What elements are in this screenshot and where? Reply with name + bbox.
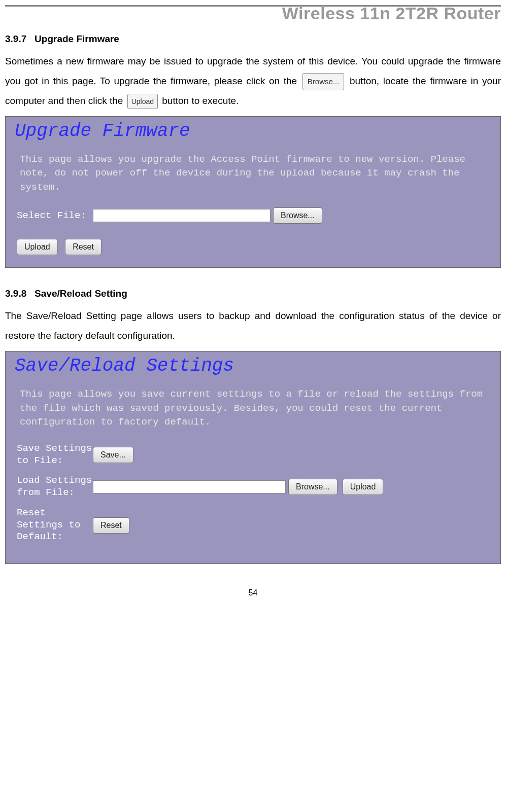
ss2-reset-label: Reset Settings to Default: [17, 507, 93, 543]
ss2-save-label: Save Settings to File: [17, 443, 93, 467]
ss1-select-file-label: Select File: [17, 210, 93, 222]
ss2-file-input[interactable] [93, 480, 286, 493]
ss1-reset-button[interactable]: Reset [65, 239, 102, 255]
ss1-description: This page allows you upgrade the Access … [6, 142, 500, 197]
section-398-paragraph: The Save/Reload Setting page allows user… [5, 306, 501, 346]
ss1-file-input[interactable] [93, 209, 271, 222]
browse-button-inline: Browse... [302, 73, 345, 91]
section-title: Save/Reload Setting [35, 288, 127, 299]
ss2-upload-button[interactable]: Upload [343, 479, 384, 495]
section-397-paragraph: Sometimes a new firmware may be issued t… [5, 52, 501, 111]
section-397-heading: 3.9.7 Upgrade Firmware [5, 33, 501, 45]
section-398-heading: 3.9.8 Save/Reload Setting [5, 288, 501, 299]
ss2-browse-button[interactable]: Browse... [288, 479, 338, 495]
section-number: 3.9.7 [5, 33, 26, 44]
ss2-load-label: Load Settings from File: [17, 475, 93, 499]
ss2-title: Save/Reload Settings [6, 351, 500, 376]
ss2-reset-button[interactable]: Reset [93, 517, 129, 534]
upgrade-firmware-screenshot: Upgrade Firmware This page allows you up… [5, 116, 501, 268]
ss1-upload-button[interactable]: Upload [17, 239, 58, 255]
save-reload-screenshot: Save/Reload Settings This page allows yo… [5, 351, 501, 564]
page-header-title: Wireless 11n 2T2R Router [0, 4, 506, 23]
ss1-browse-button[interactable]: Browse... [273, 207, 322, 224]
ss2-save-button[interactable]: Save... [93, 447, 133, 463]
upload-button-inline: Upload [127, 94, 158, 110]
ss1-title: Upgrade Firmware [6, 117, 500, 142]
section-number: 3.9.8 [5, 288, 26, 299]
section-title: Upgrade Firmware [35, 33, 119, 44]
ss1-form: Select File: Browse... Upload Reset [6, 196, 500, 267]
ss2-form: Save Settings to File: Save... Load Sett… [6, 432, 500, 563]
text-part3: button to execute. [162, 95, 239, 106]
page-number: 54 [0, 574, 506, 603]
ss2-description: This page allows you save current settin… [6, 376, 500, 432]
